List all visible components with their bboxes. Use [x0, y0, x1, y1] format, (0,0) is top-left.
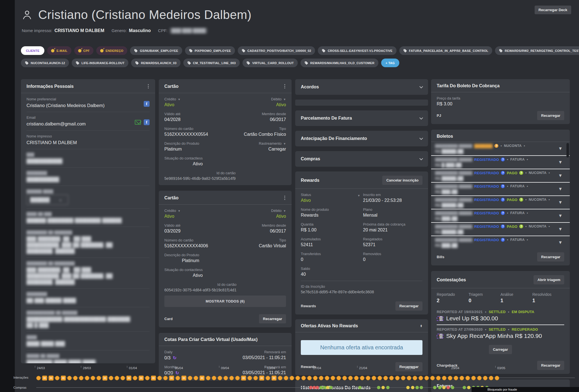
interaction-dot[interactable] — [477, 376, 482, 380]
interaction-dot[interactable] — [389, 376, 394, 380]
interaction-dot[interactable] — [102, 376, 107, 381]
status-dropdown[interactable] — [356, 193, 360, 198]
interaction-dot[interactable] — [259, 376, 264, 381]
tag-chip[interactable]: CPF — [74, 46, 94, 55]
interaction-dot[interactable] — [61, 376, 66, 381]
question-icon[interactable] — [501, 158, 505, 161]
purchase-dot[interactable] — [442, 386, 446, 389]
interaction-dot[interactable] — [460, 376, 464, 380]
interaction-dot[interactable] — [181, 376, 186, 381]
interaction-dot[interactable] — [36, 376, 41, 380]
expand-triangle-icon[interactable] — [558, 227, 563, 232]
purchase-dot[interactable] — [381, 386, 385, 389]
tag-chip[interactable]: CM_TEST/INITIAL_LINE_003 — [183, 59, 240, 67]
purchase-dot[interactable] — [446, 386, 450, 389]
accordion-compras[interactable]: Compras — [295, 151, 428, 167]
interaction-dot[interactable] — [121, 376, 125, 380]
accordion-parcelamento[interactable]: Parcelamento De Fatura — [295, 110, 428, 126]
interaction-dot[interactable] — [378, 376, 382, 380]
interaction-dot[interactable] — [295, 376, 300, 380]
expand-triangle-icon[interactable] — [558, 160, 563, 165]
interaction-dot[interactable] — [91, 376, 95, 380]
interaction-dot[interactable] — [157, 376, 162, 380]
interaction-dot[interactable] — [331, 376, 335, 380]
interaction-dot[interactable] — [419, 376, 423, 380]
accordion-acordos[interactable]: Acordos — [295, 79, 428, 95]
expand-triangle-icon[interactable] — [558, 173, 563, 178]
tag-chip[interactable]: CROSS-SELL-EASYNVEST-V1-PROACTIVE — [318, 46, 396, 55]
purchase-dot[interactable] — [309, 386, 313, 389]
expand-triangle-icon[interactable] — [558, 200, 563, 205]
interaction-dot[interactable] — [401, 376, 405, 380]
facebook-icon[interactable] — [144, 101, 150, 107]
purchase-dot[interactable] — [411, 386, 414, 389]
cancel-subscription-button[interactable]: Cancelar inscrição — [382, 176, 422, 185]
kebab-menu-icon[interactable] — [284, 195, 286, 201]
interaction-dot[interactable] — [85, 376, 89, 380]
interaction-dot[interactable] — [495, 376, 499, 380]
refresh-icon[interactable] — [173, 355, 176, 360]
interaction-dot[interactable] — [188, 376, 192, 380]
interaction-dot[interactable] — [79, 376, 83, 380]
expand-triangle-icon[interactable] — [558, 213, 563, 218]
interaction-dot[interactable] — [284, 376, 288, 380]
interaction-dot[interactable] — [194, 376, 198, 380]
interaction-dot[interactable] — [278, 376, 282, 380]
purchase-dot[interactable] — [467, 386, 470, 389]
expand-triangle-icon[interactable] — [558, 146, 563, 151]
purchase-dot[interactable] — [329, 386, 333, 389]
interaction-dot[interactable] — [301, 376, 306, 380]
debito-dropdown[interactable]: Débito — [271, 97, 286, 101]
purchase-dot[interactable] — [326, 386, 329, 389]
tag-chip[interactable]: FATURA_PARCELADA_IN_APP/50_BASE_CONTROL — [399, 46, 492, 55]
interaction-dot[interactable] — [325, 376, 329, 380]
interaction-dot[interactable] — [67, 376, 72, 380]
interaction-dot[interactable] — [115, 376, 119, 380]
tracking-load[interactable]: Carregar — [259, 147, 286, 152]
interaction-dot[interactable] — [342, 376, 347, 380]
interaction-dot[interactable] — [424, 376, 429, 380]
expand-triangle-icon[interactable] — [558, 187, 563, 192]
interaction-dot[interactable] — [235, 376, 240, 380]
tag-chip[interactable]: NUCONTA/LAUNCH-12 — [21, 59, 69, 67]
tag-chip[interactable]: ENDEREÇO — [96, 46, 127, 55]
interaction-dot[interactable] — [126, 376, 131, 381]
interaction-dot[interactable] — [241, 376, 246, 381]
interaction-dot[interactable] — [49, 376, 54, 381]
purchase-dot[interactable] — [358, 386, 362, 389]
interaction-dot[interactable] — [145, 376, 150, 380]
interaction-dot[interactable] — [133, 376, 137, 380]
interaction-dot[interactable] — [383, 376, 388, 380]
interaction-dot[interactable] — [372, 376, 376, 380]
purchase-dot[interactable] — [415, 386, 419, 389]
dispute-row[interactable]: REPORTED AT 19/03/2021 SETTLED EM DISPUT… — [437, 308, 564, 325]
interaction-dot[interactable] — [436, 376, 441, 380]
interaction-dot[interactable] — [272, 376, 277, 381]
scrollbar-thumb[interactable] — [566, 143, 569, 158]
reload-deck-button[interactable]: Recarregar Deck — [535, 6, 571, 14]
question-icon[interactable] — [501, 184, 505, 188]
purchase-dot[interactable] — [377, 386, 380, 389]
purchase-dot[interactable] — [323, 386, 326, 389]
expand-triangle-icon[interactable] — [558, 240, 563, 245]
tag-chip[interactable]: REWARDS/MAXMILHAS_OLD_CUSTOMER — [301, 59, 378, 67]
interaction-dot[interactable] — [465, 376, 470, 380]
purchase-dot[interactable] — [438, 386, 441, 389]
purchase-dot[interactable] — [433, 386, 436, 389]
reload-boletos-button[interactable]: Recarregar — [537, 252, 564, 262]
interaction-dot[interactable] — [212, 376, 216, 380]
interaction-dot[interactable] — [42, 376, 47, 381]
interaction-dot[interactable] — [360, 376, 364, 380]
interaction-dot[interactable] — [97, 376, 101, 380]
interaction-dot[interactable] — [454, 376, 458, 380]
question-icon[interactable] — [519, 198, 523, 202]
reload-rewards-button[interactable]: Recarregar — [395, 301, 422, 311]
interaction-dot[interactable] — [109, 376, 113, 380]
purchase-dot[interactable] — [386, 386, 390, 389]
interaction-dot[interactable] — [319, 376, 323, 380]
open-triage-button[interactable]: Abrir triagem — [534, 275, 564, 284]
purchase-dot[interactable] — [420, 386, 423, 389]
question-icon[interactable] — [501, 211, 505, 215]
interaction-dot[interactable] — [471, 376, 476, 380]
tag-chip[interactable]: REWARDS/RW2_RETARGETING_CONTROL_TEST — [495, 46, 579, 55]
